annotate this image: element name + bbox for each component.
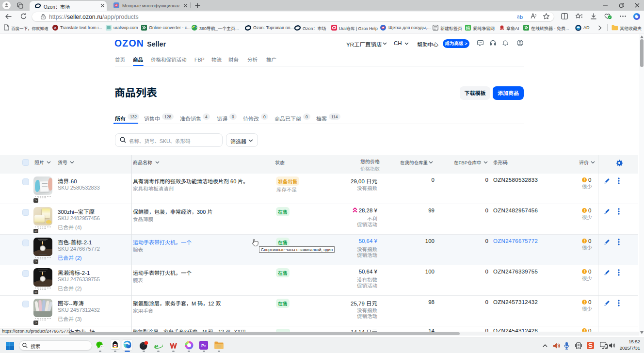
- svg-text:b: b: [520, 14, 523, 19]
- svg-text:e: e: [155, 341, 159, 350]
- svg-text:Pr: Pr: [201, 343, 206, 348]
- svg-text:纯: 纯: [466, 25, 470, 31]
- svg-text:a: a: [54, 26, 57, 30]
